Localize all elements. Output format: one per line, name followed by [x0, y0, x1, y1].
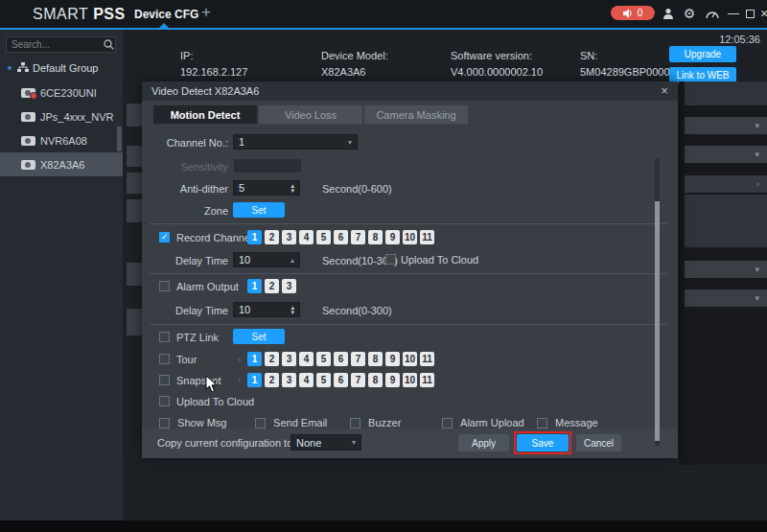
- channel-button[interactable]: 2: [265, 373, 279, 387]
- channel-button[interactable]: 8: [368, 352, 383, 366]
- spinner-icon[interactable]: ▴▾: [291, 305, 294, 314]
- dialog-tab[interactable]: Video Loss: [259, 105, 362, 124]
- search-icon[interactable]: [104, 39, 114, 52]
- gear-icon[interactable]: ⚙: [681, 5, 698, 22]
- sidebar-device-item[interactable]: NVR6A08: [0, 128, 123, 152]
- channel-button[interactable]: 1: [247, 373, 262, 387]
- user-icon[interactable]: [660, 5, 677, 22]
- channel-button[interactable]: 11: [420, 352, 434, 366]
- chevron-left-icon[interactable]: ‹: [238, 232, 241, 243]
- device-name: NVR6A08: [40, 135, 87, 147]
- dialog-tab[interactable]: Camera Masking: [364, 105, 468, 124]
- alarm-output-label: Alarm Output: [176, 281, 239, 292]
- close-window-button[interactable]: ×: [755, 5, 767, 22]
- channel-button[interactable]: 11: [420, 230, 434, 244]
- anti-dither-input[interactable]: 5 ▴▾: [233, 180, 300, 196]
- record-delay-input[interactable]: 10 ▴: [233, 252, 300, 267]
- notify-checkbox[interactable]: [255, 418, 266, 428]
- channel-button[interactable]: 2: [265, 230, 279, 244]
- dialog-scrollbar-thumb[interactable]: [655, 201, 660, 441]
- notify-checkbox[interactable]: [350, 418, 360, 428]
- channel-button[interactable]: 2: [265, 352, 279, 366]
- channel-button[interactable]: 3: [282, 230, 296, 244]
- dialog-close-button[interactable]: ×: [657, 83, 672, 99]
- search-input[interactable]: [6, 36, 116, 53]
- caret-up-icon[interactable]: ▴: [291, 256, 294, 265]
- alarm-output-checkbox[interactable]: [159, 281, 170, 291]
- new-tab-button[interactable]: +: [201, 3, 211, 22]
- alarm-notification-badge[interactable]: 0: [611, 6, 655, 20]
- channel-button[interactable]: 9: [385, 352, 400, 366]
- gauge-icon[interactable]: [704, 5, 721, 22]
- device-icon: [21, 112, 35, 122]
- channel-button[interactable]: 11: [420, 373, 434, 387]
- alarm-delay-input[interactable]: 10 ▴▾: [233, 302, 300, 317]
- upgrade-button[interactable]: Upgrade: [669, 46, 736, 62]
- tour-channel-buttons: 1234567891011: [247, 352, 434, 366]
- channel-button[interactable]: 7: [351, 352, 365, 366]
- chevron-left-icon[interactable]: ‹: [238, 354, 241, 364]
- ptz-link-checkbox[interactable]: [159, 332, 170, 342]
- channel-button[interactable]: 1: [247, 230, 262, 244]
- chevron-left-icon[interactable]: ‹: [238, 375, 241, 385]
- channel-button[interactable]: 10: [403, 230, 417, 244]
- background-row-fragment: [127, 146, 142, 167]
- apply-button[interactable]: Apply: [458, 434, 509, 451]
- zone-set-button[interactable]: Set: [233, 202, 285, 218]
- copy-config-value: None: [296, 437, 321, 449]
- channel-button[interactable]: 9: [385, 373, 400, 387]
- channel-button[interactable]: 4: [299, 230, 314, 244]
- channel-button[interactable]: 8: [368, 373, 383, 387]
- channel-button[interactable]: 10: [403, 352, 417, 366]
- channel-button[interactable]: 8: [368, 230, 383, 244]
- tree-expand-icon[interactable]: ▼: [6, 64, 17, 73]
- dialog-tabs: Motion DetectVideo LossCamera Masking: [153, 105, 468, 124]
- upload-to-cloud-label: Upload To Cloud: [176, 396, 254, 407]
- channel-button[interactable]: 2: [265, 279, 279, 293]
- notify-checkbox[interactable]: [537, 418, 547, 428]
- channel-no-select[interactable]: 1 ▾: [233, 134, 358, 150]
- minimize-button[interactable]: —: [725, 5, 742, 22]
- spinner-icon[interactable]: ▴▾: [291, 183, 294, 193]
- upload-to-cloud-checkbox[interactable]: [159, 396, 170, 406]
- notify-label: Alarm Upload: [460, 417, 524, 428]
- tab-device-cfg[interactable]: Device CFG: [134, 8, 198, 21]
- channel-button[interactable]: 5: [316, 230, 331, 244]
- channel-button[interactable]: 10: [403, 373, 417, 387]
- channel-button[interactable]: 6: [334, 373, 348, 387]
- ptz-set-button[interactable]: Set: [233, 329, 285, 344]
- snapshot-checkbox[interactable]: [159, 375, 170, 385]
- sidebar-device-item[interactable]: 6CE230UNI: [0, 81, 123, 104]
- channel-button[interactable]: 3: [282, 352, 296, 366]
- sidebar-device-item[interactable]: JPs_4xxx_NVR: [0, 104, 123, 128]
- channel-button[interactable]: 6: [334, 230, 348, 244]
- channel-button[interactable]: 7: [351, 373, 365, 387]
- sidebar-scrollbar-thumb[interactable]: [117, 127, 122, 151]
- dialog-scrollbar-track[interactable]: [655, 158, 660, 446]
- record-channel-checkbox[interactable]: [159, 232, 170, 243]
- device-icon: [21, 88, 35, 98]
- background-box: [685, 81, 767, 105]
- anti-dither-value: 5: [239, 182, 244, 194]
- channel-button[interactable]: 4: [299, 352, 314, 366]
- cancel-button[interactable]: Cancel: [576, 434, 621, 451]
- save-button[interactable]: Save: [517, 434, 569, 451]
- channel-button[interactable]: 6: [334, 352, 348, 366]
- channel-button[interactable]: 3: [282, 373, 296, 387]
- notify-checkbox[interactable]: [159, 418, 170, 428]
- notify-checkbox[interactable]: [442, 418, 453, 428]
- channel-button[interactable]: 9: [385, 230, 400, 244]
- channel-button[interactable]: 3: [282, 279, 296, 293]
- sidebar-group-default[interactable]: ▼ Default Group: [0, 58, 123, 78]
- channel-button[interactable]: 1: [247, 352, 262, 366]
- sidebar-device-item[interactable]: X82A3A6: [0, 152, 123, 176]
- channel-button[interactable]: 5: [316, 352, 331, 366]
- channel-button[interactable]: 1: [247, 279, 262, 293]
- channel-button[interactable]: 4: [299, 373, 314, 387]
- tour-checkbox[interactable]: [159, 354, 170, 364]
- copy-config-select[interactable]: None ▾: [291, 434, 361, 451]
- channel-button[interactable]: 5: [316, 373, 331, 387]
- channel-button[interactable]: 7: [351, 230, 365, 244]
- dialog-tab[interactable]: Motion Detect: [153, 105, 257, 124]
- upload-to-cloud-checkbox[interactable]: [385, 254, 396, 265]
